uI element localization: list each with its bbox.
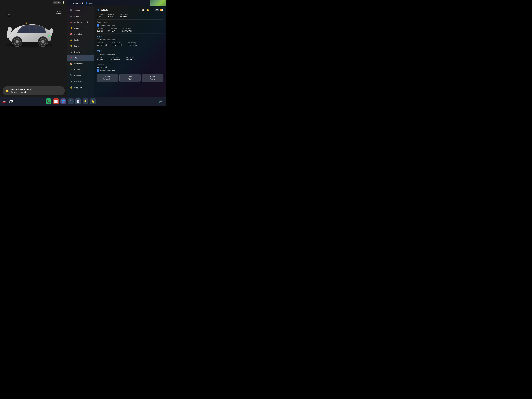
odometer-checkbox[interactable] [97, 70, 99, 72]
sidebar-item-display[interactable]: 🖥 Display [67, 49, 94, 55]
signal-icon: 📶 [160, 8, 163, 11]
user-name-text: Adam [101, 9, 108, 11]
trip-b-checkbox-row[interactable]: Show in Trips Card [97, 53, 163, 55]
sidebar-item-pedals-steering[interactable]: 🚗 Pedals & Steering [67, 19, 94, 25]
taskbar-right-arrow[interactable]: › [164, 100, 164, 102]
warning-banner: ⚠️ Vehicle may not restart Service is re… [3, 86, 65, 95]
status-user-name: Adam [89, 2, 94, 4]
speed-up-arrow[interactable]: › [14, 100, 15, 103]
current-avg-energy-stat: Avg. Energy 0 Wh/mi [120, 13, 128, 18]
trip-b-distance-stat: Distance 14,848 mi [97, 56, 106, 61]
odometer-checkbox-label: Show in Trips Card [100, 70, 115, 72]
left-panel: 110 mi 🔋 Frunk Open Trunk Open [0, 0, 67, 106]
sidebar-item-service[interactable]: 🔧 Service [67, 73, 94, 78]
trunk-label: Trunk Open [56, 11, 61, 14]
since-last-charge-checkbox-row[interactable]: Show in Trips Card [97, 24, 163, 26]
charging-icon: ⚡ [70, 27, 73, 29]
phone-app-icon[interactable]: 📞 [46, 98, 51, 104]
sidebar-item-upgrades[interactable]: 🔒 Upgrades [67, 84, 94, 90]
reset-buttons-row: Reset Current Trip Reset Trip A Reset Tr… [97, 74, 163, 82]
sidebar-item-locks[interactable]: 🔒 Locks [67, 37, 94, 43]
car-illustration: ⚡ 🔓 [4, 16, 54, 50]
volume-icon[interactable]: 🔊 [159, 100, 162, 103]
odometer-row: Odometer 123,655 mi [97, 64, 163, 68]
left-top-bar: 110 mi 🔋 [0, 0, 67, 5]
slc-distance-stat: Distance 131 mi [97, 28, 103, 32]
locks-icon: 🔒 [70, 39, 73, 41]
speed-display: 70 [9, 99, 13, 103]
reset-current-trip-button[interactable]: Reset Current Trip [97, 74, 118, 82]
user-person-icon: 👤 [97, 8, 100, 11]
svg-point-8 [41, 40, 44, 43]
since-last-charge-checkbox[interactable] [97, 24, 99, 26]
taskbar-speed-nav: ‹ 70 › [6, 99, 15, 103]
header-icons: ⬇ 🏠 🔔 ⚡ LTE 📶 [138, 8, 163, 11]
sidebar: 🔍 Search 🎮 Controls 🚗 Pedals & Steering … [67, 6, 94, 106]
sidebar-item-software[interactable]: ⬇ Software [67, 78, 94, 84]
reset-trip-b-button[interactable]: Reset Trip B [142, 74, 163, 82]
trip-a-distance-stat: Distance 123,636 mi [97, 42, 107, 46]
trip-a-stats: Distance 123,636 mi Total Energy 33,863 … [97, 42, 163, 46]
taskbar-left-arrow[interactable]: ‹ [157, 100, 157, 102]
user-header: 👤 Adam ⬇ 🏠 🔔 ⚡ LTE 📶 [97, 8, 163, 11]
current-duration-stat: Duration 0 min [108, 13, 114, 18]
car-icon: 🚗 [2, 100, 6, 103]
mileage-display: 110 mi [53, 1, 61, 4]
pedals-icon: 🚗 [70, 21, 73, 24]
divider-3 [97, 48, 163, 48]
slc-avg-energy-stat: Avg. Energy 228 Wh/mi [122, 28, 132, 32]
car-display-area: Frunk Open Trunk Open [0, 5, 67, 86]
taskbar-right-controls: ‹ 🔊 › [157, 100, 164, 103]
trip-a-checkbox[interactable] [97, 38, 99, 41]
sidebar-item-navigation[interactable]: 🧭 Navigation [67, 61, 94, 67]
trips-content-panel: 👤 Adam ⬇ 🏠 🔔 ⚡ LTE 📶 [94, 6, 166, 106]
sidebar-item-controls[interactable]: 🎮 Controls [67, 13, 94, 19]
autopilot-icon: 🎯 [70, 33, 73, 35]
dots-app-icon[interactable]: ⠿ [68, 98, 74, 104]
circle-app-icon[interactable]: 🌐 [60, 98, 66, 104]
main-content: 🔍 Search 🎮 Controls 🚗 Pedals & Steering … [67, 6, 166, 106]
svg-text:⚡: ⚡ [49, 36, 51, 37]
svg-text:🔓: 🔓 [25, 22, 27, 24]
service-icon: 🔧 [70, 74, 73, 77]
download-icon: ⬇ [138, 8, 140, 11]
bars-app-icon[interactable]: 📊 [53, 98, 59, 104]
sidebar-item-trips[interactable]: 📍 Trips [67, 55, 94, 61]
safety-icon: ⚠ [70, 68, 73, 71]
sidebar-item-lights[interactable]: 💡 Lights [67, 43, 94, 49]
taskbar-car-section: 🚗 [2, 100, 6, 103]
sidebar-item-safety[interactable]: ⚠ Safety [67, 67, 94, 73]
warning-text: Vehicle may not restart Service is requi… [10, 88, 32, 93]
sidebar-item-charging[interactable]: ⚡ Charging [67, 25, 94, 31]
trip-a-title: Trip A [97, 35, 163, 38]
map-thumbnail [150, 0, 166, 6]
bluetooth-app-icon[interactable]: ⚡ [82, 98, 89, 104]
star-app-icon[interactable]: ⭐ [90, 98, 96, 104]
warning-triangle-icon: ⚠️ [5, 89, 9, 93]
trip-a-checkbox-row[interactable]: Show in Trips Card [97, 38, 163, 41]
status-bar: 11:58 am 81°F 👤 Adam [67, 0, 166, 6]
home-icon: 🏠 [142, 8, 145, 11]
sidebar-item-autopilot[interactable]: 🎯 Autopilot [67, 31, 94, 37]
status-time: 11:58 am [70, 2, 78, 4]
sidebar-item-search[interactable]: 🔍 Search [67, 7, 94, 13]
reset-trip-a-button[interactable]: Reset Trip A [119, 74, 141, 82]
trip-a-total-energy-stat: Total Energy 33,863 kWh [112, 42, 122, 46]
speed-down-arrow[interactable]: ‹ [6, 100, 7, 103]
trip-b-checkbox[interactable] [97, 53, 99, 55]
notification-bell-icon: 🔔 [146, 8, 149, 11]
trip-b-title: Trip B [97, 50, 163, 52]
bluetooth-header-icon: ⚡ [151, 8, 154, 11]
card-app-icon[interactable]: 🃏 [75, 98, 81, 104]
trip-a-avg-energy-stat: Avg. Energy 274 Wh/mi [128, 42, 137, 46]
trip-b-total-energy-stat: Total Energy 4,293 kWh [111, 56, 120, 61]
trip-b-checkbox-label: Show in Trips Card [100, 53, 115, 55]
trip-a-checkbox-label: Show in Trips Card [100, 39, 115, 41]
since-last-charge-checkbox-label: Show in Trips Card [100, 24, 115, 26]
trip-b-stats: Distance 14,848 mi Total Energy 4,293 kW… [97, 56, 163, 61]
since-last-charge-stats: Distance 131 mi Total Energy 30 kWh Avg.… [97, 28, 163, 32]
odometer-checkbox-row[interactable]: Show in Trips Card [97, 70, 163, 72]
since-last-charge-title: Since Last Charge [97, 21, 163, 23]
display-icon: 🖥 [70, 51, 73, 53]
battery-icon: 🔋 [62, 1, 65, 4]
